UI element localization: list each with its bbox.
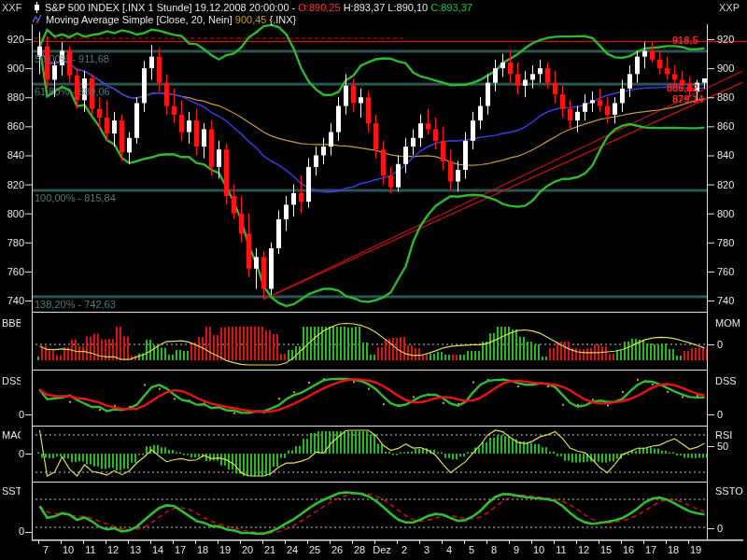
panel4-left-tick: 0 — [2, 525, 24, 537]
y-axis-label: 800 — [717, 208, 747, 219]
y-axis-label: 920 — [0, 34, 24, 45]
y-axis-label: 740 — [717, 295, 747, 306]
panel3-left-label: MAC — [2, 429, 21, 441]
fib-label-61-8: 61,80% - 889,06 — [35, 86, 110, 97]
trading-chart-window: { "window": { "corner_left": "XXF", "cor… — [0, 0, 747, 560]
y-axis-label: 780 — [0, 237, 24, 248]
y-axis-label: 760 — [717, 266, 747, 277]
panel1-right-tick: 0 — [717, 339, 723, 350]
moving-average-icon — [33, 14, 42, 24]
y-axis-label: 880 — [0, 91, 24, 103]
panel1-left-label: BBB — [2, 317, 21, 329]
y-axis-label: 900 — [0, 63, 24, 74]
y-axis-label: 860 — [0, 120, 24, 132]
indicator-value: 900,45 — [235, 14, 267, 25]
panel2-left-tick: 0 — [2, 409, 24, 420]
fib-label-50: 50,00% - 911,68 — [35, 53, 109, 64]
indicator-text: Moving Average Simple [Close, 20, Nein] … — [46, 14, 296, 25]
panel3-right-label: RSI — [715, 429, 743, 441]
y-axis-label: 760 — [0, 266, 24, 277]
y-axis-label: 880 — [717, 91, 747, 103]
price-callout-resistance: 918,5 — [672, 35, 698, 46]
open-value: O:890,25 — [298, 2, 340, 13]
y-axis-label: 920 — [717, 34, 747, 45]
y-axis-label: 780 — [717, 237, 747, 248]
corner-label-left[interactable]: XXF — [2, 2, 21, 13]
y-axis-label: 900 — [717, 63, 747, 74]
candlestick-icon — [33, 2, 41, 13]
panel2-right-tick: 0 — [717, 409, 723, 420]
price-callout-trend1: 886,32 — [667, 82, 698, 93]
fib-label-138-2: 138,20% - 742,63 — [35, 299, 116, 310]
chart-canvas[interactable] — [0, 0, 747, 560]
y-axis-label: 800 — [0, 208, 24, 219]
y-axis-label: 840 — [717, 149, 747, 161]
y-axis-label: 860 — [717, 120, 747, 132]
panel4-right-label: SSTO — [715, 485, 743, 497]
panel3-left-tick: 0 — [2, 448, 24, 459]
title-text: S&P 500 INDEX [.INX 1 Stunde] 19.12.2008… — [45, 2, 472, 13]
panel4-left-label: SST — [2, 485, 21, 497]
y-axis-label: 840 — [0, 149, 24, 161]
price-callout-trend2: 879,14 — [672, 93, 704, 105]
fib-label-100: 100,00% - 815,84 — [35, 192, 116, 203]
y-axis-label: 740 — [0, 295, 24, 306]
panel3-right-tick: 50 — [717, 441, 728, 452]
chart-title-line1: S&P 500 INDEX [.INX 1 Stunde] 19.12.2008… — [33, 1, 472, 13]
chart-title-line2: Moving Average Simple [Close, 20, Nein] … — [33, 13, 296, 25]
y-axis-label: 820 — [0, 179, 24, 190]
x-axis-label: 19 — [682, 544, 710, 555]
close-value: C:893,37 — [430, 2, 472, 13]
panel4-right-tick: 0 — [717, 523, 723, 534]
y-axis-label: 820 — [717, 179, 747, 190]
panel2-right-label: DSS — [715, 375, 743, 386]
panel2-left-label: DSS — [2, 375, 21, 386]
corner-label-right[interactable]: XXP — [719, 2, 740, 13]
panel1-right-label: MOM — [715, 317, 743, 329]
